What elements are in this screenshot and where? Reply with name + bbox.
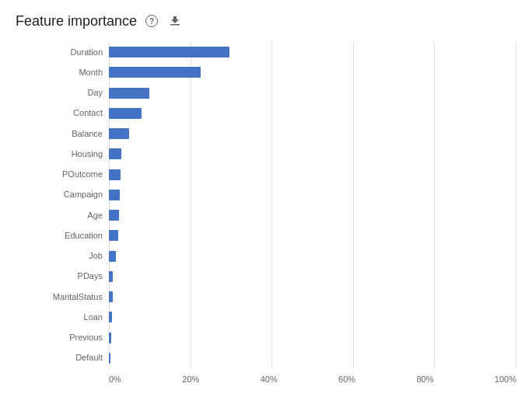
x-axis-label: 20%: [182, 374, 199, 384]
y-label: Previous: [16, 333, 103, 342]
help-icon[interactable]: ?: [143, 12, 160, 30]
y-label: Day: [16, 89, 103, 97]
x-axis-label: 40%: [261, 374, 278, 384]
chart-body: DurationMonthDayContactBalanceHousingPOu…: [16, 42, 516, 384]
x-axis-label: 80%: [416, 374, 433, 384]
x-axis-label: 0%: [109, 374, 121, 384]
bar: [109, 291, 113, 302]
bar-row: [109, 270, 516, 284]
bar: [109, 67, 201, 78]
y-label: MaritalStatus: [16, 293, 103, 301]
x-axis: 0%20%40%60%80%100%: [109, 368, 516, 384]
y-label: Contact: [16, 109, 103, 117]
y-label: Month: [16, 68, 103, 77]
bar: [109, 88, 149, 99]
bar-row: [109, 86, 516, 100]
bar: [109, 128, 129, 139]
chart-header: Feature importance ?: [16, 12, 516, 30]
bar: [109, 47, 229, 57]
download-icon[interactable]: [166, 12, 184, 30]
y-label: Balance: [16, 130, 103, 138]
bar-row: [109, 228, 516, 242]
bar-row: [109, 249, 516, 263]
bar-row: [109, 45, 516, 59]
bar: [109, 312, 112, 322]
bar: [109, 169, 121, 180]
bars-container: [109, 42, 516, 368]
y-label: Age: [16, 211, 103, 220]
bar: [109, 108, 142, 119]
svg-rect-2: [170, 24, 180, 26]
y-label: Job: [16, 252, 103, 260]
bar-row: [109, 331, 516, 345]
bar: [109, 230, 118, 241]
bar-row: [109, 147, 516, 161]
x-axis-label: 100%: [495, 374, 516, 384]
bar: [109, 210, 119, 221]
bar-row: [109, 168, 516, 182]
bar-row: [109, 65, 516, 79]
bar-row: [109, 310, 516, 324]
y-label: Education: [16, 232, 103, 240]
y-label: Housing: [16, 150, 103, 158]
y-label: Duration: [16, 48, 103, 57]
svg-text:?: ?: [149, 17, 154, 26]
bar: [109, 271, 113, 282]
x-axis-label: 60%: [338, 374, 355, 384]
bar-row: [109, 351, 516, 365]
bar-row: [109, 106, 516, 120]
bar-row: [109, 208, 516, 222]
y-axis-labels: DurationMonthDayContactBalanceHousingPOu…: [16, 42, 109, 384]
chart-area: DurationMonthDayContactBalanceHousingPOu…: [16, 42, 516, 384]
plot-area: 0%20%40%60%80%100%: [109, 42, 516, 384]
bar: [109, 148, 121, 159]
bar: [109, 251, 116, 262]
bar-row: [109, 188, 516, 202]
y-label: Loan: [16, 313, 103, 322]
bar-row: [109, 290, 516, 304]
bar: [109, 353, 110, 364]
bar-row: [109, 127, 516, 141]
bar: [109, 333, 111, 343]
chart-title: Feature importance: [16, 13, 137, 30]
bar: [109, 190, 120, 200]
y-label: Default: [16, 354, 103, 362]
y-label: Campaign: [16, 190, 103, 199]
y-label: PDays: [16, 272, 103, 280]
y-label: POutcome: [16, 170, 103, 179]
